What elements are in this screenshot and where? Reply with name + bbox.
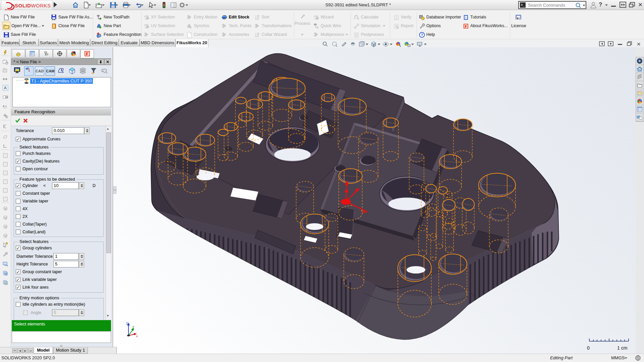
svg-text:A: A — [3, 105, 5, 108]
svg-text:0: 0 — [587, 345, 590, 351]
svg-text:z: z — [126, 321, 128, 325]
svg-text:?: ? — [421, 33, 423, 37]
svg-text:XY: XY — [315, 18, 318, 20]
svg-text:1 cm: 1 cm — [617, 345, 627, 351]
svg-text:XY: XY — [145, 18, 148, 20]
svg-text:x2: x2 — [355, 35, 358, 37]
svg-text:XY: XY — [145, 26, 148, 29]
svg-text:GO: GO — [395, 16, 398, 18]
svg-text:i: i — [466, 16, 467, 19]
svg-text:A: A — [5, 105, 7, 108]
svg-text:xxx: xxx — [3, 68, 5, 69]
svg-text:xxx: xxx — [3, 59, 5, 61]
svg-text:0.3: 0.3 — [6, 97, 8, 98]
svg-text:y: y — [132, 325, 134, 328]
svg-text:A: A — [4, 86, 7, 90]
svg-text:x: x — [136, 335, 138, 338]
